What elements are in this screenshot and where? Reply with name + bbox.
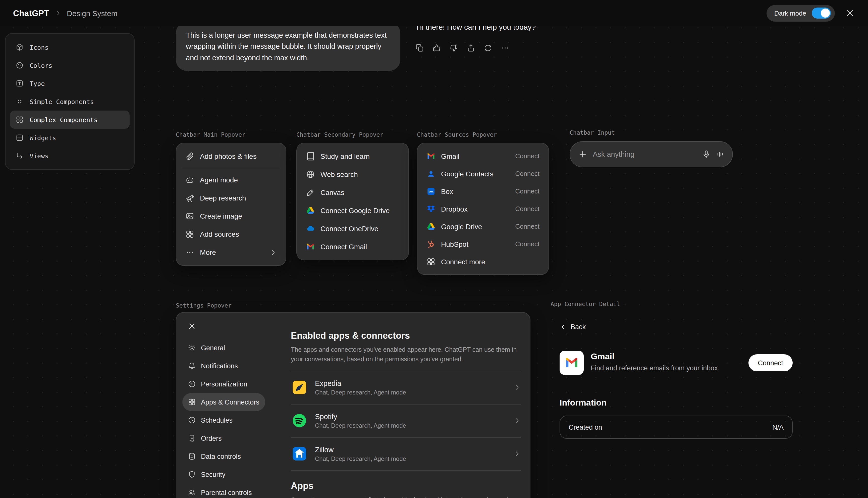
chevron-right-icon: [513, 383, 521, 392]
clock-icon: [188, 416, 196, 424]
app-connector-header: Gmail Find and reference emails from you…: [560, 351, 793, 375]
settings-nav-apps-connectors[interactable]: Apps & Connectors: [182, 393, 266, 411]
settings-nav-label: Notifications: [201, 362, 238, 370]
settings-nav-data-controls[interactable]: Data controls: [182, 447, 247, 466]
plus-icon[interactable]: [578, 149, 588, 159]
source-row-google-contacts[interactable]: Google Contacts Connect: [422, 165, 545, 182]
menu-item-deep-research[interactable]: Deep research: [180, 189, 282, 207]
settings-nav-parental-controls[interactable]: Parental controls: [182, 483, 258, 498]
sidebar-item-icons[interactable]: Icons: [10, 38, 130, 56]
menu-item-more[interactable]: More: [180, 243, 282, 261]
settings-nav-label: Data controls: [201, 453, 241, 460]
connect-link[interactable]: Connect: [515, 223, 539, 230]
settings-nav-orders[interactable]: Orders: [182, 429, 228, 447]
menu-item-study-and-learn[interactable]: Study and learn: [301, 147, 404, 165]
menu-item-connect-google-drive[interactable]: Connect Google Drive: [301, 201, 404, 220]
settings-nav-schedules[interactable]: Schedules: [182, 411, 239, 429]
sidebar-item-type[interactable]: Type: [10, 74, 130, 92]
settings-nav: General Notifications Personalization Ap…: [182, 339, 284, 498]
palette-icon: [16, 61, 24, 69]
menu-item-agent-mode[interactable]: Agent mode: [180, 171, 282, 189]
info-row-value: N/A: [772, 423, 784, 431]
menu-item-add-sources[interactable]: Add sources: [180, 225, 282, 243]
connect-link[interactable]: Connect: [515, 205, 539, 212]
source-row-gmail[interactable]: Gmail Connect: [422, 147, 545, 165]
connect-link[interactable]: Connect: [515, 152, 539, 160]
connect-link[interactable]: Connect: [515, 187, 539, 195]
gmail-icon: [306, 242, 315, 251]
sidebar-item-simple-components[interactable]: Simple Components: [10, 92, 130, 110]
connector-name: Spotify: [315, 412, 406, 420]
settings-nav-notifications[interactable]: Notifications: [182, 357, 244, 375]
pencil-icon: [306, 188, 315, 197]
gear-icon: [188, 344, 196, 352]
message-actions: [415, 44, 509, 52]
settings-content-description: The apps and connectors you've enabled a…: [291, 345, 521, 364]
connector-text: Zillow Chat, Deep research, Agent mode: [315, 445, 406, 462]
close-icon[interactable]: [187, 322, 197, 331]
type-icon: [16, 79, 24, 88]
zillow-icon: [291, 445, 308, 462]
connector-row-expedia[interactable]: Expedia Chat, Deep research, Agent mode: [291, 371, 521, 404]
settings-content: Enabled apps & connectors The apps and c…: [291, 331, 521, 498]
menu-item-connect-onedrive[interactable]: Connect OneDrive: [301, 220, 404, 238]
menu-item-label: Add sources: [200, 230, 239, 238]
source-row-hubspot[interactable]: HubSpot Connect: [422, 235, 545, 253]
connector-row-spotify[interactable]: Spotify Chat, Deep research, Agent mode: [291, 404, 521, 437]
settings-nav-general[interactable]: General: [182, 339, 231, 357]
source-row-dropbox[interactable]: Dropbox Connect: [422, 200, 545, 218]
source-row-connect-more[interactable]: Connect more: [422, 253, 545, 270]
agent-mode-icon: [185, 175, 195, 184]
menu-item-connect-gmail[interactable]: Connect Gmail: [301, 238, 404, 256]
settings-nav-security[interactable]: Security: [182, 466, 231, 483]
menu-item-label: Canvas: [320, 188, 344, 196]
divider: [181, 168, 281, 168]
spotify-icon: [291, 412, 308, 429]
breadcrumb-chevron-icon: [55, 10, 61, 16]
section-label-chatbar-main-popover: Chatbar Main Popover: [176, 131, 245, 138]
source-row-box[interactable]: Box Connect: [422, 182, 545, 200]
database-icon: [188, 452, 196, 460]
sidebar-item-colors[interactable]: Colors: [10, 56, 130, 74]
thumbs-down-icon[interactable]: [450, 44, 458, 52]
section-label-chatbar-sources-popover: Chatbar Sources Popover: [417, 131, 497, 138]
microphone-icon[interactable]: [702, 150, 711, 159]
source-row-google-drive[interactable]: Google Drive Connect: [422, 218, 545, 235]
menu-item-web-search[interactable]: Web search: [301, 165, 404, 183]
menu-item-label: Agent mode: [200, 176, 238, 184]
sidebar-item-complex-components[interactable]: Complex Components: [10, 110, 130, 129]
section-label-chatbar-secondary-popover: Chatbar Secondary Popover: [296, 131, 383, 138]
menu-item-label: Create image: [200, 212, 242, 220]
voice-waveform-icon[interactable]: [716, 150, 725, 159]
connect-link[interactable]: Connect: [515, 170, 539, 178]
dark-mode-control[interactable]: Dark mode: [767, 5, 835, 21]
regenerate-icon[interactable]: [484, 44, 492, 52]
source-label: Google Contacts: [441, 170, 494, 178]
grid-icon: [426, 257, 436, 266]
back-button[interactable]: Back: [560, 323, 586, 331]
sidebar-item-views[interactable]: Views: [10, 147, 130, 165]
sidebar-item-widgets[interactable]: Widgets: [10, 129, 130, 147]
close-icon[interactable]: [845, 8, 855, 18]
settings-nav-personalization[interactable]: Personalization: [182, 375, 253, 393]
menu-item-label: Study and learn: [320, 152, 370, 160]
gmail-icon: [426, 152, 436, 160]
connect-button[interactable]: Connect: [748, 354, 793, 371]
dark-mode-switch[interactable]: [812, 8, 831, 18]
squares-grid-icon: [16, 116, 24, 123]
share-icon[interactable]: [467, 44, 475, 52]
connector-row-zillow[interactable]: Zillow Chat, Deep research, Agent mode: [291, 437, 521, 471]
connect-link[interactable]: Connect: [515, 240, 539, 248]
settings-nav-label: Personalization: [201, 380, 248, 388]
menu-item-create-image[interactable]: Create image: [180, 207, 282, 225]
copy-icon[interactable]: [415, 44, 424, 52]
ellipsis-icon: [185, 248, 195, 257]
more-options-icon[interactable]: [501, 44, 509, 52]
menu-item-canvas[interactable]: Canvas: [301, 183, 404, 201]
chatbar-input[interactable]: [570, 141, 733, 167]
thumbs-up-icon[interactable]: [432, 44, 441, 52]
app-title[interactable]: ChatGPT: [13, 8, 49, 18]
menu-item-add-photos-files[interactable]: Add photos & files: [180, 147, 282, 165]
globe-icon: [306, 170, 315, 179]
ask-anything-input[interactable]: [593, 150, 697, 158]
